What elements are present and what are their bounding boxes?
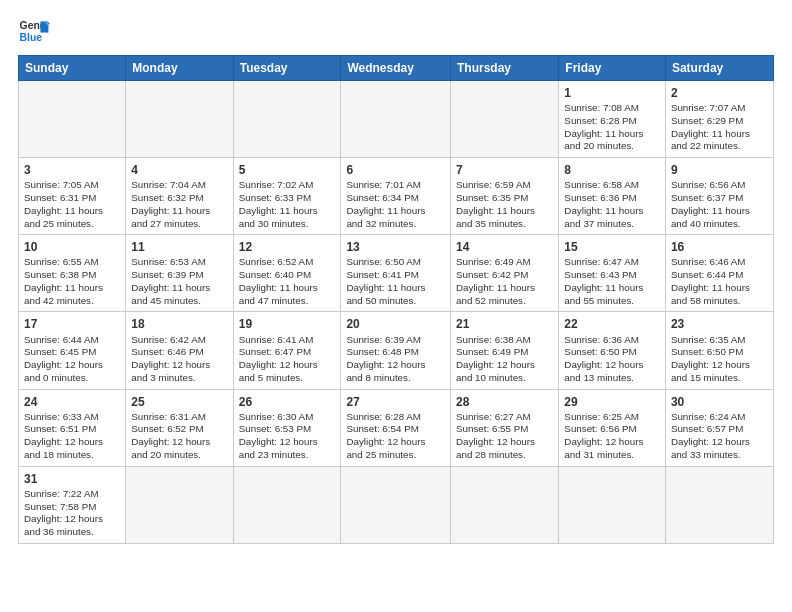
weekday-header-sunday: Sunday — [19, 56, 126, 81]
day-info: Sunrise: 6:52 AM Sunset: 6:40 PM Dayligh… — [239, 256, 336, 307]
calendar-cell: 17Sunrise: 6:44 AM Sunset: 6:45 PM Dayli… — [19, 312, 126, 389]
day-info: Sunrise: 6:53 AM Sunset: 6:39 PM Dayligh… — [131, 256, 227, 307]
page: General Blue SundayMondayTuesdayWednesda… — [0, 0, 792, 612]
day-number: 11 — [131, 239, 227, 255]
day-info: Sunrise: 6:33 AM Sunset: 6:51 PM Dayligh… — [24, 411, 120, 462]
day-info: Sunrise: 6:36 AM Sunset: 6:50 PM Dayligh… — [564, 334, 660, 385]
day-number: 4 — [131, 162, 227, 178]
calendar-cell — [451, 466, 559, 543]
calendar-cell: 28Sunrise: 6:27 AM Sunset: 6:55 PM Dayli… — [451, 389, 559, 466]
weekday-header-wednesday: Wednesday — [341, 56, 451, 81]
calendar-cell: 25Sunrise: 6:31 AM Sunset: 6:52 PM Dayli… — [126, 389, 233, 466]
calendar-cell: 20Sunrise: 6:39 AM Sunset: 6:48 PM Dayli… — [341, 312, 451, 389]
day-number: 10 — [24, 239, 120, 255]
weekday-header-friday: Friday — [559, 56, 666, 81]
week-row-1: 1Sunrise: 7:08 AM Sunset: 6:28 PM Daylig… — [19, 81, 774, 158]
day-info: Sunrise: 6:55 AM Sunset: 6:38 PM Dayligh… — [24, 256, 120, 307]
calendar: SundayMondayTuesdayWednesdayThursdayFrid… — [18, 55, 774, 544]
day-info: Sunrise: 6:49 AM Sunset: 6:42 PM Dayligh… — [456, 256, 553, 307]
calendar-cell — [451, 81, 559, 158]
calendar-cell — [665, 466, 773, 543]
calendar-cell: 24Sunrise: 6:33 AM Sunset: 6:51 PM Dayli… — [19, 389, 126, 466]
day-number: 21 — [456, 316, 553, 332]
calendar-cell — [126, 81, 233, 158]
logo-icon: General Blue — [18, 15, 50, 47]
day-number: 23 — [671, 316, 768, 332]
calendar-cell: 1Sunrise: 7:08 AM Sunset: 6:28 PM Daylig… — [559, 81, 666, 158]
day-info: Sunrise: 6:35 AM Sunset: 6:50 PM Dayligh… — [671, 334, 768, 385]
day-number: 12 — [239, 239, 336, 255]
calendar-cell: 14Sunrise: 6:49 AM Sunset: 6:42 PM Dayli… — [451, 235, 559, 312]
day-number: 6 — [346, 162, 445, 178]
day-info: Sunrise: 6:42 AM Sunset: 6:46 PM Dayligh… — [131, 334, 227, 385]
day-info: Sunrise: 6:50 AM Sunset: 6:41 PM Dayligh… — [346, 256, 445, 307]
weekday-header-saturday: Saturday — [665, 56, 773, 81]
day-info: Sunrise: 7:05 AM Sunset: 6:31 PM Dayligh… — [24, 179, 120, 230]
calendar-cell: 9Sunrise: 6:56 AM Sunset: 6:37 PM Daylig… — [665, 158, 773, 235]
day-info: Sunrise: 6:46 AM Sunset: 6:44 PM Dayligh… — [671, 256, 768, 307]
day-number: 1 — [564, 85, 660, 101]
day-info: Sunrise: 6:39 AM Sunset: 6:48 PM Dayligh… — [346, 334, 445, 385]
week-row-6: 31Sunrise: 7:22 AM Sunset: 7:58 PM Dayli… — [19, 466, 774, 543]
day-info: Sunrise: 6:38 AM Sunset: 6:49 PM Dayligh… — [456, 334, 553, 385]
calendar-cell: 16Sunrise: 6:46 AM Sunset: 6:44 PM Dayli… — [665, 235, 773, 312]
day-number: 20 — [346, 316, 445, 332]
week-row-3: 10Sunrise: 6:55 AM Sunset: 6:38 PM Dayli… — [19, 235, 774, 312]
calendar-cell: 7Sunrise: 6:59 AM Sunset: 6:35 PM Daylig… — [451, 158, 559, 235]
calendar-cell — [341, 466, 451, 543]
day-info: Sunrise: 7:02 AM Sunset: 6:33 PM Dayligh… — [239, 179, 336, 230]
calendar-cell: 22Sunrise: 6:36 AM Sunset: 6:50 PM Dayli… — [559, 312, 666, 389]
calendar-cell — [341, 81, 451, 158]
calendar-cell: 27Sunrise: 6:28 AM Sunset: 6:54 PM Dayli… — [341, 389, 451, 466]
day-info: Sunrise: 6:28 AM Sunset: 6:54 PM Dayligh… — [346, 411, 445, 462]
day-number: 19 — [239, 316, 336, 332]
day-number: 18 — [131, 316, 227, 332]
calendar-cell — [126, 466, 233, 543]
day-info: Sunrise: 6:59 AM Sunset: 6:35 PM Dayligh… — [456, 179, 553, 230]
weekday-header-tuesday: Tuesday — [233, 56, 341, 81]
day-number: 16 — [671, 239, 768, 255]
day-info: Sunrise: 6:25 AM Sunset: 6:56 PM Dayligh… — [564, 411, 660, 462]
calendar-cell: 8Sunrise: 6:58 AM Sunset: 6:36 PM Daylig… — [559, 158, 666, 235]
day-info: Sunrise: 6:56 AM Sunset: 6:37 PM Dayligh… — [671, 179, 768, 230]
calendar-cell — [19, 81, 126, 158]
day-info: Sunrise: 7:08 AM Sunset: 6:28 PM Dayligh… — [564, 102, 660, 153]
day-number: 25 — [131, 394, 227, 410]
calendar-cell — [559, 466, 666, 543]
weekday-header-monday: Monday — [126, 56, 233, 81]
calendar-cell: 10Sunrise: 6:55 AM Sunset: 6:38 PM Dayli… — [19, 235, 126, 312]
day-number: 17 — [24, 316, 120, 332]
day-number: 15 — [564, 239, 660, 255]
day-info: Sunrise: 7:01 AM Sunset: 6:34 PM Dayligh… — [346, 179, 445, 230]
calendar-cell: 5Sunrise: 7:02 AM Sunset: 6:33 PM Daylig… — [233, 158, 341, 235]
weekday-header-row: SundayMondayTuesdayWednesdayThursdayFrid… — [19, 56, 774, 81]
calendar-cell: 21Sunrise: 6:38 AM Sunset: 6:49 PM Dayli… — [451, 312, 559, 389]
calendar-cell: 13Sunrise: 6:50 AM Sunset: 6:41 PM Dayli… — [341, 235, 451, 312]
calendar-cell: 23Sunrise: 6:35 AM Sunset: 6:50 PM Dayli… — [665, 312, 773, 389]
day-number: 29 — [564, 394, 660, 410]
calendar-cell: 18Sunrise: 6:42 AM Sunset: 6:46 PM Dayli… — [126, 312, 233, 389]
week-row-5: 24Sunrise: 6:33 AM Sunset: 6:51 PM Dayli… — [19, 389, 774, 466]
week-row-4: 17Sunrise: 6:44 AM Sunset: 6:45 PM Dayli… — [19, 312, 774, 389]
weekday-header-thursday: Thursday — [451, 56, 559, 81]
calendar-cell: 31Sunrise: 7:22 AM Sunset: 7:58 PM Dayli… — [19, 466, 126, 543]
day-number: 26 — [239, 394, 336, 410]
day-number: 22 — [564, 316, 660, 332]
svg-text:Blue: Blue — [20, 32, 43, 43]
calendar-cell: 11Sunrise: 6:53 AM Sunset: 6:39 PM Dayli… — [126, 235, 233, 312]
day-info: Sunrise: 6:47 AM Sunset: 6:43 PM Dayligh… — [564, 256, 660, 307]
day-number: 27 — [346, 394, 445, 410]
day-number: 9 — [671, 162, 768, 178]
calendar-cell: 2Sunrise: 7:07 AM Sunset: 6:29 PM Daylig… — [665, 81, 773, 158]
day-info: Sunrise: 6:58 AM Sunset: 6:36 PM Dayligh… — [564, 179, 660, 230]
calendar-cell: 30Sunrise: 6:24 AM Sunset: 6:57 PM Dayli… — [665, 389, 773, 466]
day-number: 3 — [24, 162, 120, 178]
calendar-cell: 15Sunrise: 6:47 AM Sunset: 6:43 PM Dayli… — [559, 235, 666, 312]
calendar-cell: 26Sunrise: 6:30 AM Sunset: 6:53 PM Dayli… — [233, 389, 341, 466]
logo: General Blue — [18, 15, 50, 47]
calendar-cell: 4Sunrise: 7:04 AM Sunset: 6:32 PM Daylig… — [126, 158, 233, 235]
calendar-cell: 19Sunrise: 6:41 AM Sunset: 6:47 PM Dayli… — [233, 312, 341, 389]
header: General Blue — [18, 15, 774, 47]
day-number: 30 — [671, 394, 768, 410]
day-info: Sunrise: 7:07 AM Sunset: 6:29 PM Dayligh… — [671, 102, 768, 153]
